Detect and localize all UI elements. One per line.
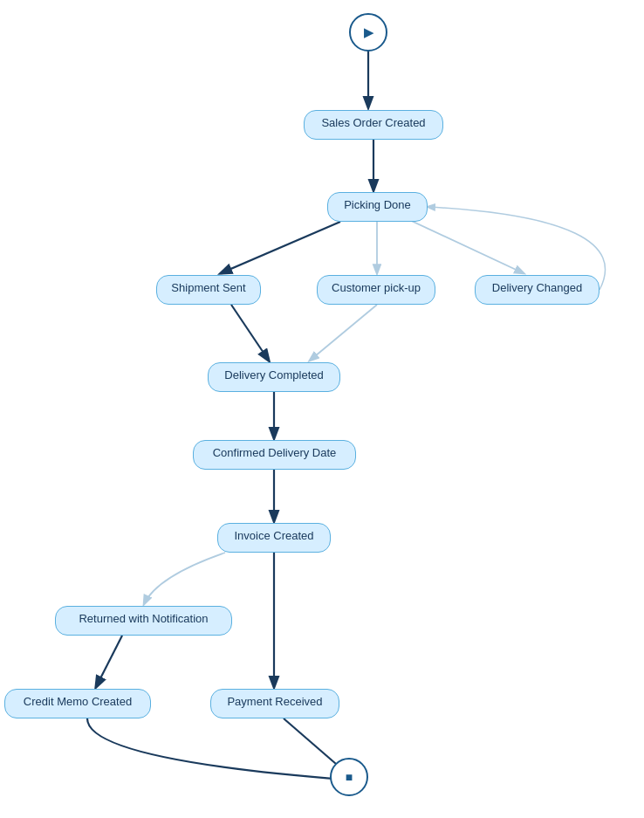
payment-received-label: Payment Received [227,695,322,708]
shipment-sent-node: Shipment Sent [156,275,261,305]
svg-line-4 [406,218,524,273]
payment-received-node: Payment Received [210,689,339,718]
confirmed-delivery-node: Confirmed Delivery Date [193,440,356,470]
sales-order-created-node: Sales Order Created [304,110,443,140]
svg-line-2 [221,222,340,273]
picking-done-label: Picking Done [344,198,411,211]
customer-pickup-label: Customer pick-up [332,281,421,294]
customer-pickup-node: Customer pick-up [317,275,435,305]
returned-notification-label: Returned with Notification [79,612,208,625]
invoice-created-label: Invoice Created [234,529,313,542]
svg-line-10 [96,636,122,687]
delivery-completed-label: Delivery Completed [224,368,323,382]
credit-memo-node: Credit Memo Created [4,689,151,718]
delivery-completed-node: Delivery Completed [208,362,340,392]
returned-notification-node: Returned with Notification [55,606,232,636]
delivery-changed-node: Delivery Changed [475,275,599,305]
start-icon: ▶ [364,24,374,40]
shipment-sent-label: Shipment Sent [171,281,245,294]
end-node: ■ [330,758,368,796]
end-icon: ■ [346,770,353,784]
sales-order-label: Sales Order Created [321,116,425,129]
svg-line-6 [310,305,377,361]
svg-line-5 [231,305,269,361]
picking-done-node: Picking Done [327,192,428,222]
invoice-created-node: Invoice Created [217,523,331,553]
credit-memo-label: Credit Memo Created [24,695,132,708]
flow-diagram: ▶ Sales Order Created Picking Done Shipm… [0,0,644,818]
start-node: ▶ [349,13,387,52]
delivery-changed-label: Delivery Changed [492,281,582,294]
confirmed-delivery-label: Confirmed Delivery Date [213,446,337,459]
